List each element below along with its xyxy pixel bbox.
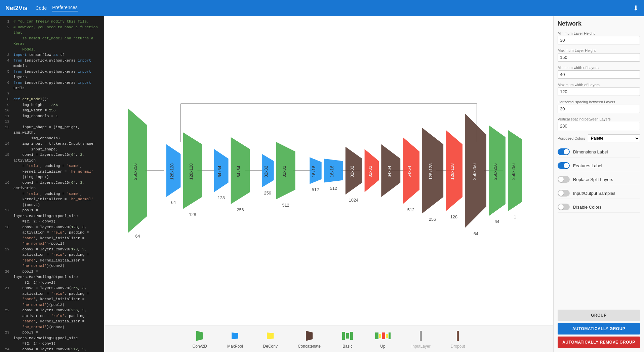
code-line-5: 5 from tensorflow.python.keras import la… [0, 69, 104, 80]
svg-rect-70 [375, 332, 378, 339]
svg-text:512: 512 [282, 203, 289, 208]
legend-bar: Conv2D MaxPool DeConv Concatenate [104, 325, 553, 352]
toggle-input-output: Input/Output Samples [558, 188, 640, 199]
code-line-8: 8 def get_model(): [0, 97, 104, 102]
nav-code[interactable]: Code [36, 5, 47, 11]
svg-text:1: 1 [514, 214, 516, 219]
code-line-14: 14 img_input = tf.keras.Input(shape= inp… [0, 141, 104, 152]
min-width-group: Minimum width of Layers [558, 66, 640, 79]
svg-rect-69 [350, 332, 353, 340]
code-line-10: 10 img_width = 256 [0, 108, 104, 113]
min-width-label: Minimum width of Layers [558, 66, 640, 70]
svg-text:16x16: 16x16 [329, 166, 334, 177]
svg-text:256x256: 256x256 [511, 163, 516, 180]
svg-text:128x128: 128x128 [169, 163, 174, 180]
header: Net2Vis Code Preferences ⬇ [0, 0, 644, 16]
code-line-6: 6 from tensorflow.python.keras import ut… [0, 80, 104, 91]
group-button[interactable]: GROUP [558, 310, 640, 321]
svg-text:256x256: 256x256 [133, 163, 138, 180]
network-visualization[interactable]: 256x256 64 128x128 64 128x128 128 64x64 … [104, 16, 553, 325]
svg-text:32x32: 32x32 [282, 166, 287, 177]
svg-rect-74 [389, 332, 391, 339]
svg-text:512: 512 [407, 207, 414, 212]
input-output-toggle[interactable] [558, 190, 570, 197]
legend-deconv: DeConv [263, 329, 278, 349]
svg-text:256: 256 [264, 190, 271, 196]
svg-rect-68 [346, 333, 349, 339]
svg-text:128: 128 [218, 195, 225, 200]
code-line-12: 12 [0, 119, 104, 125]
code-line-23: 23 pool3 = layers.MaxPooling2D(pool_size… [0, 330, 104, 347]
min-layer-height-input[interactable] [558, 36, 640, 44]
svg-rect-72 [382, 332, 385, 339]
svg-text:64: 64 [494, 219, 499, 224]
svg-rect-76 [457, 331, 459, 341]
feat-label-toggle[interactable] [558, 162, 570, 169]
proposed-colors-group: Porposed Colors Palette [558, 134, 640, 142]
main-layout: 1 # You can freely modify this file. 2 #… [0, 16, 644, 352]
auto-remove-group-button[interactable]: AUTOMATICALLY REMOVE GROUP [558, 337, 640, 348]
v-spacing-group: Vertical spacing between Layers [558, 117, 640, 130]
code-line-17: 17 pool1 = layers.MaxPooling2D(pool_size… [0, 208, 104, 224]
svg-rect-67 [342, 332, 345, 340]
code-line-9: 9 img_height = 256 [0, 102, 104, 108]
min-width-input[interactable] [558, 70, 640, 79]
legend-maxpool: MaxPool [227, 329, 243, 349]
code-line-16: 16 conv1 = layers.Conv2D(64, 3, activati… [0, 180, 104, 208]
svg-text:256: 256 [429, 217, 436, 222]
replace-split-toggle[interactable] [558, 176, 570, 183]
legend-basic: Basic [341, 329, 354, 349]
svg-text:128x128: 128x128 [428, 163, 433, 180]
svg-text:1024: 1024 [349, 198, 358, 203]
svg-text:256: 256 [237, 207, 244, 212]
h-spacing-input[interactable] [558, 105, 640, 113]
svg-text:128x128: 128x128 [189, 163, 194, 180]
code-line-11: 11 img_channels = 1 [0, 113, 104, 119]
right-panel: Network Minimum Layer Height Maximum Lay… [553, 16, 644, 352]
toggle-feat-label: Features Label [558, 160, 640, 171]
toggle-dim-label: Dimensions Label [558, 146, 640, 157]
button-group: GROUP AUTOMATICALLY GROUP AUTOMATICALLY … [558, 310, 640, 348]
svg-marker-65 [267, 332, 274, 339]
max-layer-height-input[interactable] [558, 53, 640, 62]
palette-row: Porposed Colors Palette [558, 134, 640, 142]
code-line-21: 21 conv3 = layers.Conv2D(256, 3, activat… [0, 285, 104, 308]
svg-text:64x64: 64x64 [236, 166, 241, 177]
code-line-13: 13 input_shape = (img_height, img_width,… [0, 125, 104, 141]
code-line-22: 22 conv3 = layers.Conv2D(256, 3, activat… [0, 308, 104, 330]
svg-text:64: 64 [474, 231, 478, 236]
code-line-20: 20 pool2 = layers.MaxPooling2D(pool_size… [0, 269, 104, 286]
legend-concatenate: Concatenate [298, 329, 321, 349]
max-width-input[interactable] [558, 87, 640, 96]
svg-text:256x256: 256x256 [493, 163, 498, 180]
svg-rect-75 [420, 331, 422, 341]
legend-dropout: Dropout [451, 329, 465, 349]
svg-text:64x64: 64x64 [217, 166, 222, 177]
svg-text:512: 512 [312, 187, 319, 192]
code-line-3: 3 import tensorflow as tf [0, 52, 104, 58]
app-logo: Net2Vis [5, 5, 28, 12]
code-line-18: 18 conv2 = layers.Conv2D(128, 3, activat… [0, 224, 104, 247]
code-line-4: 4 from tensorflow.python.keras import mo… [0, 58, 104, 69]
proposed-colors-label: Porposed Colors [558, 136, 585, 140]
svg-text:64: 64 [135, 234, 140, 239]
min-layer-height-group: Minimum Layer Height [558, 31, 640, 44]
svg-rect-73 [386, 334, 388, 338]
code-line-7: 7 [0, 91, 104, 97]
svg-marker-66 [306, 331, 313, 341]
svg-text:32x32: 32x32 [368, 166, 373, 177]
disable-colors-toggle[interactable] [558, 204, 570, 210]
dim-label-toggle[interactable] [558, 148, 570, 155]
download-icon[interactable]: ⬇ [633, 4, 639, 12]
h-spacing-label: Horizontal spacing between Layers [558, 100, 640, 104]
auto-group-button[interactable]: AUTOMATICALLY GROUP [558, 323, 640, 335]
h-spacing-group: Horizontal spacing between Layers [558, 100, 640, 113]
svg-text:32x32: 32x32 [350, 166, 355, 177]
toggle-replace-split: Replace Split Layers [558, 174, 640, 185]
min-layer-height-label: Minimum Layer Height [558, 31, 640, 35]
v-spacing-input[interactable] [558, 122, 640, 130]
svg-text:32x32: 32x32 [264, 166, 269, 177]
palette-select[interactable]: Palette [588, 134, 640, 142]
svg-text:128: 128 [189, 212, 196, 217]
nav-preferences[interactable]: Preferences [52, 5, 77, 11]
